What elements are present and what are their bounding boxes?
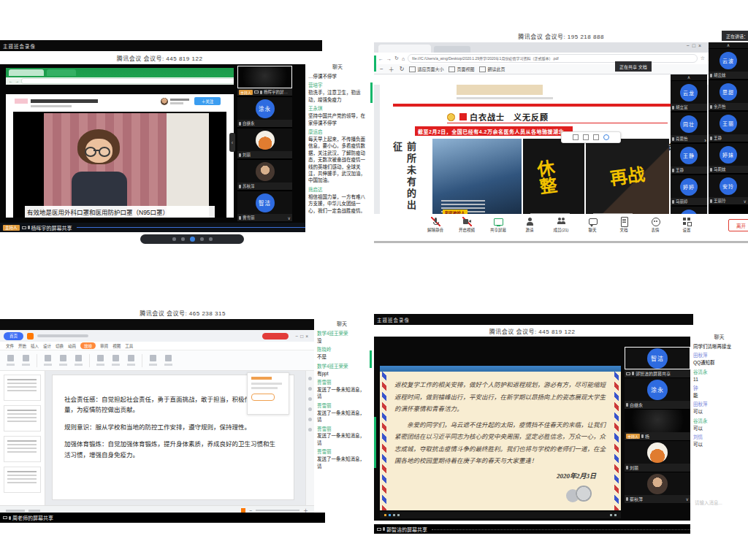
window-controls[interactable]: −□× [687,43,704,48]
participant-tile[interactable]: 苏秋萍 [237,160,292,191]
forward-icon[interactable]: → [386,56,392,61]
selection-toolbar[interactable] [561,131,621,143]
participant-tile[interactable]: 王丽 王静 [709,112,748,142]
rotate-icon[interactable]: ↻ [400,66,405,72]
reload-icon[interactable]: ↻ [394,55,399,61]
chat-scrollbar[interactable] [370,350,372,368]
chevron-up-icon[interactable]: ∧ [671,74,707,80]
chat-message-list[interactable]: 同学们清晰再接龙 田秋萍 QQ通知群 谷清永 11 钟 能 [690,342,748,451]
promo-button[interactable] [262,333,289,340]
toolbar-button[interactable]: 开启视频 [455,217,478,233]
star-icon[interactable]: ☆ [701,55,705,61]
browser-tab[interactable] [434,46,470,53]
follow-button[interactable]: ＋关注 [194,97,221,105]
toolbar-button[interactable]: 表情 [644,217,667,233]
toolbar-button[interactable]: 成员(21) [549,217,573,233]
browser-tab[interactable] [47,69,76,76]
window-controls[interactable]: −□× [295,334,310,339]
tool-icon[interactable] [583,134,589,140]
participant-tile[interactable]: 主持人 杨 [625,410,690,440]
menu-item[interactable]: 视图 [112,343,121,349]
video-player[interactable]: 有效地是医用外科口罩和医用防护口罩（N95口罩） [13,112,226,218]
floating-meeting-controls[interactable] [140,234,244,244]
participant-tile[interactable]: 刘丽 [625,441,690,472]
participant-tile[interactable]: 杏特 曹思怡 ∨ [671,207,707,214]
slide-thumbnail[interactable] [4,405,41,431]
url-field[interactable]: file:///C:/Users/a_wing/Desktop/2020.1.2… [408,54,698,63]
chevron-up-icon[interactable]: ∧ [709,42,748,48]
wps-side-popover[interactable] [247,372,289,415]
participant-tile[interactable]: 刘丽 [237,129,292,159]
participant-tile[interactable]: 涂永 白继永 [237,97,292,128]
participant-tile[interactable]: 思甜 余声怡 [709,80,748,111]
participant-tile[interactable]: 蔡秋萍 ∨ [625,472,690,503]
menu-item[interactable]: 工具 [125,343,133,349]
slide-thumbnail-pane[interactable] [0,371,45,505]
ribbon-tool-icon[interactable] [148,354,158,367]
ribbon-tool-icon[interactable] [74,354,83,367]
ribbon-tool-icon[interactable] [6,354,15,367]
menu-item[interactable]: 审阅 [100,343,108,349]
document-tab[interactable] [37,334,88,337]
toolbar-button[interactable]: 设置 [675,217,698,233]
ribbon-tool-icon[interactable] [21,354,31,367]
strip-collapse-handle[interactable]: ‹ [229,133,235,152]
toolbar-button[interactable]: 文档 [612,217,636,233]
url-field[interactable] [21,78,234,84]
ribbon-tool-icon[interactable] [164,354,173,367]
chat-input[interactable] [693,499,745,506]
participant-tile[interactable]: 婷婷 马丽婷 [671,175,707,206]
menu-item[interactable]: 文件 [6,343,14,349]
leave-meeting-button[interactable]: 离开 [728,219,748,231]
participant-tile[interactable]: 云龙 胡立富 [671,81,707,112]
chat-message-list[interactable]: 数学4班王荣荣 没 陈晓岭 不是 数学4班王荣荣 有ppt 曹雪丽 [314,329,370,473]
page-view-button[interactable]: 页面视图 [449,66,474,72]
participant-tile[interactable]: 主持人 杨晖宇的屏幕共... [237,66,292,96]
menu-item[interactable]: 插入 [31,343,39,349]
chat-scrollbar[interactable] [370,83,373,103]
menu-item[interactable]: 设计 [43,343,51,349]
expand-arrow-icon[interactable]: › [704,137,706,144]
fit-page-button[interactable]: 适应页面大小 [409,66,443,72]
toolbar-button[interactable]: 共享屏幕 [486,217,510,233]
tool-icon[interactable] [573,134,579,140]
menu-item[interactable]: 开始 [18,343,26,349]
ribbon-tool-icon[interactable] [96,354,105,367]
zoom-in-icon[interactable]: ＋ [389,65,394,73]
home-icon[interactable]: ⌂ [402,56,405,61]
forward-icon[interactable]: → [15,79,20,83]
zoom-out-icon[interactable]: − [380,66,383,72]
slide-thumbnail[interactable] [4,436,41,462]
toolbar-button[interactable]: 聊天 [581,217,604,233]
participant-tile[interactable]: 云波 胡云妹 [709,49,748,80]
tool-icon[interactable] [603,134,609,140]
menu-item[interactable]: 切换 [56,343,64,349]
ribbon-tool-icon[interactable] [126,354,136,367]
ribbon-tool-icon[interactable] [58,354,68,367]
participant-tile[interactable]: 王静 王静 [671,144,707,174]
browser-tab[interactable] [378,45,431,53]
participant-tile[interactable]: 智洁 郭智洁的屏幕共享 [625,347,690,377]
browser-tab[interactable] [9,69,44,76]
slide-thumbnail[interactable] [4,467,41,493]
uploader-avatar[interactable] [161,98,168,105]
wps-right-rail[interactable] [305,371,314,505]
tool-icon[interactable] [593,134,599,140]
participant-tile[interactable]: 涂永 白继永 [625,378,690,409]
ribbon-tool-icon[interactable] [111,354,121,367]
participant-tile[interactable]: 婷妹 马莉妹 [709,143,748,174]
participant-tile[interactable]: 安玲 王丽玲 ∨ [709,174,748,205]
participant-tile[interactable]: 智洁 曹雪丽 ∨ [237,191,292,222]
back-icon[interactable]: ← [9,79,13,83]
back-icon[interactable]: ← [378,56,383,61]
toolbar-button[interactable]: 解除静音 [424,217,447,233]
toolbar-button[interactable]: 邀请 [518,217,541,233]
ribbon-tool-icon[interactable] [43,354,53,367]
participant-tile[interactable]: 同壮 肖思怡 [671,112,707,143]
wps-home-tab[interactable]: 首页 [4,332,23,340]
zoom-slider[interactable] [256,510,299,511]
menu-item[interactable]: 放映 [80,342,96,349]
menu-item[interactable]: 动画 [68,343,76,349]
read-aloud-button[interactable]: 朗读此页 [479,66,505,72]
player-control-bar[interactable] [380,512,621,518]
